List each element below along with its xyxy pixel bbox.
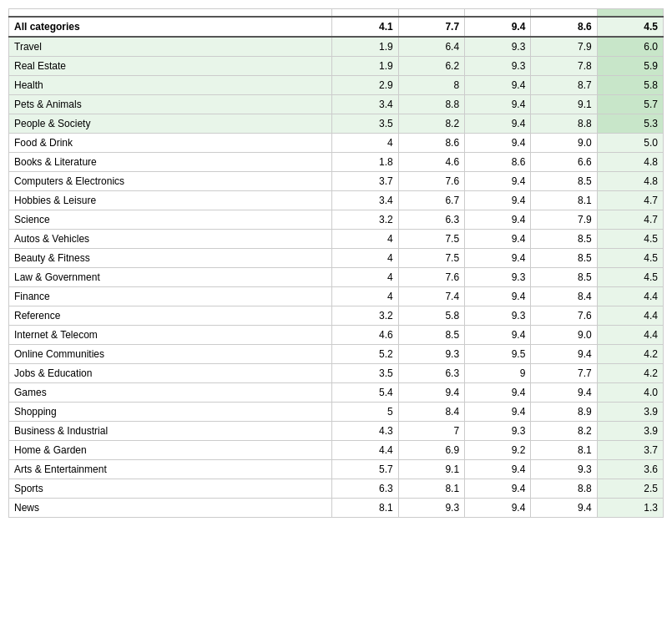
row-col2: 8.4	[398, 403, 464, 422]
row-col3: 9.5	[465, 345, 531, 364]
row-category: Reference	[9, 306, 332, 326]
row-col1: 1.9	[332, 37, 398, 57]
row-col2: 6.4	[398, 37, 464, 57]
row-col2: 6.9	[398, 441, 464, 460]
row-category: Law & Government	[9, 268, 332, 287]
row-col1: 3.4	[332, 95, 398, 114]
row-col5: 4.4	[597, 306, 663, 326]
summary-col4: 8.6	[531, 17, 597, 37]
row-col2: 8.2	[398, 114, 464, 134]
row-col1: 5.4	[332, 383, 398, 403]
row-col2: 9.3	[398, 345, 464, 364]
row-col4: 8.2	[531, 422, 597, 441]
row-col4: 9.0	[531, 326, 597, 345]
row-col2: 5.8	[398, 306, 464, 326]
row-col2: 7.5	[398, 249, 464, 268]
row-col3: 9.4	[465, 326, 531, 345]
row-category: Computers & Electronics	[9, 172, 332, 191]
row-category: News	[9, 499, 332, 518]
row-col4: 9.0	[531, 134, 597, 153]
row-col3: 9.3	[465, 268, 531, 287]
row-col3: 9.4	[465, 403, 531, 422]
table-row: Reference 3.2 5.8 9.3 7.6 4.4	[9, 306, 664, 326]
row-category: Autos & Vehicles	[9, 230, 332, 249]
row-category: Finance	[9, 287, 332, 306]
row-col2: 6.3	[398, 364, 464, 383]
summary-row: All categories 4.1 7.7 9.4 8.6 4.5	[9, 17, 664, 37]
row-col1: 3.7	[332, 172, 398, 191]
row-col3: 9.4	[465, 249, 531, 268]
row-col1: 4	[332, 268, 398, 287]
col-header-vol-55	[398, 9, 464, 18]
row-col2: 7.5	[398, 230, 464, 249]
table-row: Online Communities 5.2 9.3 9.5 9.4 4.2	[9, 345, 664, 364]
row-col4: 9.3	[531, 460, 597, 479]
row-col5: 4.2	[597, 345, 663, 364]
row-category: Sports	[9, 479, 332, 499]
row-col5: 4.4	[597, 326, 663, 345]
row-category: Shopping	[9, 403, 332, 422]
table-row: Jobs & Education 3.5 6.3 9 7.7 4.2	[9, 364, 664, 383]
row-col3: 9.4	[465, 114, 531, 134]
row-col1: 3.2	[332, 210, 398, 230]
row-col4: 7.8	[531, 57, 597, 76]
row-col4: 9.4	[531, 345, 597, 364]
row-col1: 4	[332, 287, 398, 306]
row-col4: 8.9	[531, 403, 597, 422]
summary-col5: 4.5	[597, 17, 663, 37]
row-col1: 4.4	[332, 441, 398, 460]
row-category: Games	[9, 383, 332, 403]
row-col4: 8.7	[531, 76, 597, 95]
table-row: Arts & Entertainment 5.7 9.1 9.4 9.3 3.6	[9, 460, 664, 479]
row-col5: 1.3	[597, 499, 663, 518]
row-col5: 4.4	[597, 287, 663, 306]
row-col1: 5.2	[332, 345, 398, 364]
row-col4: 8.1	[531, 191, 597, 210]
row-col2: 8.8	[398, 95, 464, 114]
row-col5: 5.7	[597, 95, 663, 114]
row-col3: 8.6	[465, 153, 531, 172]
table-row: Business & Industrial 4.3 7 9.3 8.2 3.9	[9, 422, 664, 441]
row-col5: 2.5	[597, 479, 663, 499]
row-category: Home & Garden	[9, 441, 332, 460]
row-col4: 8.4	[531, 287, 597, 306]
row-category: Health	[9, 76, 332, 95]
col-header-avg-volatility	[332, 9, 398, 18]
table-row: Home & Garden 4.4 6.9 9.2 8.1 3.7	[9, 441, 664, 460]
row-col1: 4	[332, 249, 398, 268]
row-col1: 3.5	[332, 364, 398, 383]
row-col3: 9.4	[465, 230, 531, 249]
row-category: Hobbies & Leisure	[9, 191, 332, 210]
row-col5: 3.6	[597, 460, 663, 479]
row-category: Pets & Animals	[9, 95, 332, 114]
row-col3: 9.4	[465, 191, 531, 210]
row-col3: 9.4	[465, 210, 531, 230]
row-col4: 7.6	[531, 306, 597, 326]
row-col2: 6.3	[398, 210, 464, 230]
row-col4: 6.6	[531, 153, 597, 172]
row-col4: 7.7	[531, 364, 597, 383]
row-col3: 9	[465, 364, 531, 383]
row-col3: 9.4	[465, 134, 531, 153]
row-col1: 4	[332, 230, 398, 249]
row-col2: 4.6	[398, 153, 464, 172]
row-col2: 9.1	[398, 460, 464, 479]
col-header-category	[9, 9, 332, 18]
row-col4: 8.8	[531, 114, 597, 134]
row-col2: 9.3	[398, 499, 464, 518]
table-row: Real Estate 1.9 6.2 9.3 7.8 5.9	[9, 57, 664, 76]
row-col4: 8.1	[531, 441, 597, 460]
row-col1: 1.9	[332, 57, 398, 76]
volatility-table: All categories 4.1 7.7 9.4 8.6 4.5 Trave…	[8, 8, 664, 518]
row-col1: 4.3	[332, 422, 398, 441]
table-row: Computers & Electronics 3.7 7.6 9.4 8.5 …	[9, 172, 664, 191]
row-col5: 4.0	[597, 383, 663, 403]
row-category: Internet & Telecom	[9, 326, 332, 345]
row-col2: 6.7	[398, 191, 464, 210]
row-col3: 9.4	[465, 383, 531, 403]
row-col3: 9.4	[465, 172, 531, 191]
row-col1: 3.4	[332, 191, 398, 210]
row-col5: 4.5	[597, 249, 663, 268]
summary-col2: 7.7	[398, 17, 464, 37]
row-col5: 6.0	[597, 37, 663, 57]
